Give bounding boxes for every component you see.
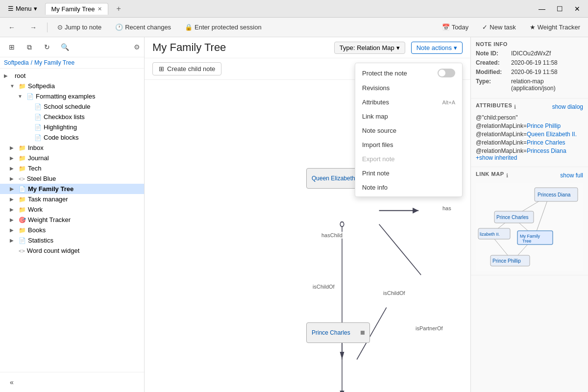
prince-charles-link[interactable]: Prince Charles (527, 139, 565, 146)
minimize-button[interactable]: — (535, 3, 549, 15)
link-map-svg: Princess Diana Prince Charles lizabeth I… (476, 183, 583, 269)
title-bar: ☰ Menu ▾ My Family Tree ✕ + — ☐ ✕ (0, 0, 588, 18)
link-map-info-icon[interactable]: ℹ (506, 172, 508, 179)
sidebar-item-label: Checkbox lists (44, 113, 85, 121)
weight-label: Weight Tracker (538, 24, 580, 31)
attributes-label: Attributes (362, 98, 389, 106)
sidebar-item-highlighting[interactable]: 📄 Highlighting (0, 122, 144, 132)
prince-charles-node[interactable]: Prince Charles (306, 322, 370, 343)
attr-child-person: @"child:person" (476, 114, 583, 121)
menu-item-revisions[interactable]: Revisions (355, 81, 462, 95)
sidebar-item-codeblocks[interactable]: 📄 Code blocks (0, 132, 144, 143)
sidebar-item-statistics[interactable]: ▶ 📄 Statistics (0, 235, 144, 245)
today-button[interactable]: 📅 Today (438, 22, 473, 33)
menu-item-importfiles[interactable]: Import files (355, 138, 462, 152)
note-actions-button[interactable]: Note actions ▾ (411, 42, 463, 54)
expand-all-button[interactable]: ⊞ (4, 40, 20, 54)
protect-toggle[interactable] (438, 69, 455, 77)
sidebar-item-steelblue[interactable]: ▶ <> Steel Blue (0, 173, 144, 184)
sidebar-item-formatting[interactable]: ▼ 📄 Formatting examples (0, 91, 144, 101)
weight-tracker-button[interactable]: ★ Weight Tracker (526, 22, 584, 33)
menu-item-attributes[interactable]: Attributes Alt+A (355, 95, 462, 109)
type-select-button[interactable]: Type: Relation Map ▾ (334, 42, 405, 54)
expand-icon: ▶ (10, 186, 17, 192)
note-icon: 📄 (34, 134, 42, 141)
show-dialog-link[interactable]: show dialog (552, 103, 583, 110)
folder-icon: 📁 (19, 196, 26, 203)
attributes-shortcut: Alt+A (442, 99, 455, 105)
sidebar-item-books[interactable]: ▶ 📁 Books (0, 225, 144, 235)
collapse-sidebar-button[interactable]: « (4, 375, 20, 389)
sidebar-item-work[interactable]: ▶ 📁 Work (0, 204, 144, 215)
note-id-label: Note ID: (476, 50, 511, 57)
sidebar-item-school[interactable]: 📄 School schedule (0, 101, 144, 112)
notesource-label: Note source (362, 127, 396, 134)
breadcrumb-root-link[interactable]: Softpedia (4, 59, 29, 66)
create-child-note-button[interactable]: ⊞ Create child note (152, 62, 221, 75)
folder-icon: 📁 (19, 165, 26, 172)
sidebar-item-label: Journal (28, 154, 49, 162)
tab-close-button[interactable]: ✕ (98, 6, 102, 12)
type-value: relation-map (application/json) (511, 78, 583, 92)
target-icon: 🎯 (19, 217, 26, 223)
refresh-button[interactable]: ↻ (39, 40, 55, 54)
search-button[interactable]: 🔍 (57, 40, 73, 54)
link-map-section: LINK MAP ℹ show full Princess Diana (471, 167, 588, 275)
protect-switch[interactable] (438, 69, 455, 77)
chevron-down-icon-2: ▾ (454, 44, 457, 51)
new-task-button[interactable]: ✓ New task (478, 22, 519, 33)
attr-prefix-1: @relationMapLink= (476, 122, 527, 129)
show-inherited-link[interactable]: +show inherited (476, 154, 517, 161)
recent-changes-button[interactable]: 🕐 Recent changes (111, 22, 175, 33)
add-tab-button[interactable]: + (112, 2, 124, 15)
expand-icon: ▶ (10, 166, 17, 171)
sidebar-item-label: Inbox (28, 144, 44, 151)
maximize-button[interactable]: ☐ (553, 3, 566, 15)
calendar-icon: 📅 (442, 24, 450, 31)
menu-label: Menu (16, 5, 32, 12)
menu-item-noteinfo[interactable]: Note info (355, 180, 462, 195)
sidebar-item-journal[interactable]: ▶ 📁 Journal (0, 153, 144, 163)
menu-item-notesource[interactable]: Note source (355, 123, 462, 138)
newtask-label: New task (490, 24, 515, 31)
menu-item-linkmap[interactable]: Link map (355, 109, 462, 123)
protected-session-button[interactable]: 🔒 Enter protected session (181, 22, 266, 33)
sidebar-settings-button[interactable]: ⚙ (134, 43, 140, 51)
sidebar-item-tech[interactable]: ▶ 📁 Tech (0, 163, 144, 173)
jump-to-note-button[interactable]: ⊙ Jump to note (53, 22, 105, 33)
protected-label: Enter protected session (195, 24, 262, 31)
active-tab[interactable]: My Family Tree ✕ (45, 3, 109, 15)
layers-button[interactable]: ⧉ (22, 40, 37, 54)
create-child-icon: ⊞ (159, 65, 164, 73)
breadcrumb-current-link[interactable]: My Family Tree (34, 59, 74, 66)
expand-icon: ▶ (4, 73, 11, 78)
queen-elizabeth-link[interactable]: Queen Elizabeth II. (527, 131, 577, 138)
close-button[interactable]: ✕ (570, 3, 584, 15)
sidebar-item-label: Books (28, 226, 46, 234)
menu-item-printnote[interactable]: Print note (355, 166, 462, 180)
sidebar-tree: ▶ root ▼ 📁 Softpedia ▼ 📄 Formatting exam… (0, 69, 144, 372)
back-button[interactable]: ← (4, 21, 20, 34)
sidebar-item-weighttracker[interactable]: ▶ 🎯 Weight Tracker (0, 215, 144, 225)
sidebar-item-label: root (15, 72, 25, 79)
sidebar-item-label: Code blocks (44, 134, 79, 141)
sidebar-item-inbox[interactable]: ▶ 📁 Inbox (0, 143, 144, 153)
link-map-title-row: LINK MAP ℹ show full (476, 171, 583, 180)
menu-button[interactable]: ☰ Menu ▾ (4, 3, 41, 14)
menu-item-protect[interactable]: Protect the note (355, 65, 462, 81)
sidebar-item-label: Highlighting (44, 123, 77, 131)
forward-button[interactable]: → (25, 21, 41, 34)
sidebar-item-wordcount[interactable]: <> Word count widget (0, 245, 144, 256)
sidebar-item-softpedia[interactable]: ▼ 📁 Softpedia (0, 81, 144, 91)
sidebar-item-myfamily[interactable]: ▶ 📄 My Family Tree (0, 184, 144, 194)
sidebar-item-taskmanager[interactable]: ▶ 📁 Task manager (0, 194, 144, 204)
princess-diana-link[interactable]: Princess Diana (527, 147, 566, 154)
sidebar-item-checkbox[interactable]: 📄 Checkbox lists (0, 112, 144, 122)
expand-icon: ▶ (10, 196, 17, 202)
sidebar-item-root[interactable]: ▶ root (0, 71, 144, 81)
show-full-link[interactable]: show full (560, 172, 583, 179)
label-ischildof-1: isChildOf (311, 283, 336, 290)
created-row: Created: 2020-06-19 11:58 (476, 59, 583, 66)
prince-phillip-link[interactable]: Prince Phillip (527, 122, 561, 129)
attributes-info-icon[interactable]: ℹ (514, 104, 516, 110)
